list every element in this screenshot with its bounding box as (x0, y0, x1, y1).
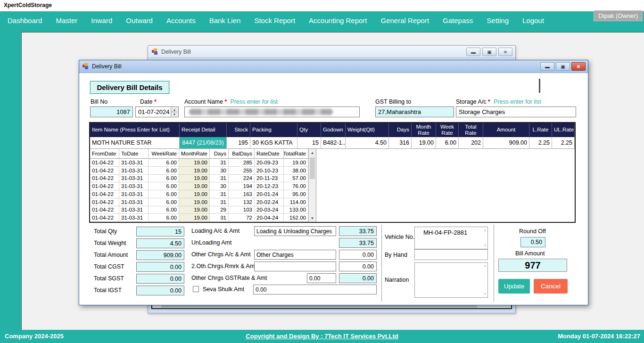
app-title-bar: XpertColdStorage (0, 0, 644, 11)
rate-table: FromDateToDateWeekRateMonthRateDaysBalDa… (90, 149, 308, 222)
rate-cell: 01-04-22 (90, 198, 119, 206)
narration-input[interactable]: ∧ ∨ (414, 262, 488, 298)
rate-table-row[interactable]: 01-04-2231-03-316.0019.003025520-10-2338… (90, 167, 308, 175)
item-column-header: Qty (297, 123, 321, 137)
copyright-link[interactable]: Copyright and Design By : 7Tech IT Servi… (0, 333, 644, 340)
item-cell: 202 (459, 137, 483, 148)
scroll-down-icon[interactable]: ∨ (484, 244, 487, 247)
rate-cell: 19.00 (179, 206, 210, 214)
rate-table-row[interactable]: 01-04-2231-03-316.0019.00317220-04-24152… (90, 214, 308, 222)
account-name-input[interactable] (184, 106, 360, 117)
screen: XpertColdStorage DashboardMasterInwardOu… (0, 0, 644, 343)
menu-item-master[interactable]: Master (56, 16, 77, 24)
rate-cell: 31-03-31 (119, 175, 149, 182)
vehicle-no-input[interactable]: MH-04-FP-2881 ∧ ∨ (414, 227, 488, 249)
total-label: Total Amount (94, 252, 128, 258)
maximize-icon[interactable]: ▣ (556, 62, 570, 71)
seva-shulk-checkbox[interactable] (193, 286, 199, 292)
total-field[interactable]: 0.00 (136, 286, 184, 295)
rate-cell: 6.00 (149, 214, 179, 221)
menu-item-gatepass[interactable]: Gatepass (443, 16, 473, 24)
total-label: Total CGST (94, 263, 124, 270)
maximize-icon[interactable]: ▣ (482, 48, 496, 56)
required-asterisk: * (224, 98, 227, 105)
vertical-scrollbar[interactable]: ▲ ▼ (308, 149, 316, 222)
menu-item-accounting-report[interactable]: Accounting Report (309, 16, 367, 24)
total-label: Total Weight (94, 240, 126, 246)
gst-billing-label: GST Billing to (375, 98, 411, 105)
bill-no-input[interactable]: 1087 (90, 106, 133, 117)
rate-table-row[interactable]: 01-04-2231-03-316.0019.002910320-03-2413… (90, 206, 308, 214)
menu-item-general-report[interactable]: General Report (381, 16, 429, 24)
spinner-up-icon[interactable]: ▲ (171, 107, 178, 112)
rate-cell: 29 (210, 206, 229, 214)
other-charges2-amount-field[interactable]: 0.00 (339, 261, 377, 271)
item-cell: B482-1... (321, 137, 346, 148)
item-column-header: Receipt Detail (180, 123, 227, 137)
scroll-up-icon[interactable]: ∧ (484, 264, 487, 268)
item-table-row[interactable]: MOTH NATURE STAR8447 (21/08/23)19530 KGS… (90, 137, 575, 149)
menu-item-inward[interactable]: Inward (91, 16, 112, 24)
loading-amount-field[interactable]: 33.75 (339, 226, 377, 236)
rate-table-row[interactable]: 01-04-2231-03-316.0019.003113220-02-2411… (90, 198, 308, 206)
scrollbar-thumb[interactable] (310, 157, 315, 179)
cancel-button[interactable]: Cancel (534, 279, 568, 294)
rate-cell: 31-03-31 (119, 198, 149, 206)
receipt-detail-cell[interactable]: 8447 (21/08/23) (180, 137, 227, 148)
rate-table-row[interactable]: 01-04-2231-03-316.0019.003128520-09-2319… (90, 159, 308, 167)
rate-cell: 01-04-22 (90, 182, 119, 190)
dialog-titlebar[interactable]: Delivery Bill ▬ ▣ ✕ (79, 60, 588, 73)
item-column-header: Amount (483, 123, 529, 137)
close-icon[interactable]: ✕ (498, 48, 512, 56)
seva-shulk-amount-input[interactable]: 0.00 (253, 285, 377, 294)
update-button[interactable]: Update (498, 279, 530, 294)
storage-ac-input[interactable]: Storage Charges (456, 106, 576, 117)
rate-cell: 19.00 (179, 214, 210, 221)
rate-cell: 31 (210, 190, 229, 198)
other-charges-account-input[interactable]: Other Charges (254, 250, 336, 260)
rate-table-row[interactable]: 01-04-2231-03-316.0019.003019420-12-2376… (90, 182, 308, 190)
gst-billing-input[interactable]: 27,Maharashtra (375, 106, 454, 117)
total-field[interactable]: 4.50 (136, 238, 184, 248)
rate-table-row[interactable]: 01-04-2231-03-316.0019.003122420-11-2357… (90, 175, 308, 183)
minimize-icon[interactable]: ▬ (466, 48, 480, 56)
scroll-up-icon[interactable]: ∧ (484, 229, 487, 232)
total-field[interactable]: 0.00 (136, 274, 184, 284)
rate-table-row[interactable]: 01-04-2231-03-316.0019.003116320-01-2495… (90, 190, 308, 198)
close-icon[interactable]: ✕ (571, 62, 586, 71)
rate-cell: 20-02-24 (255, 198, 284, 206)
total-field[interactable]: 0.00 (136, 262, 184, 272)
loading-account-input[interactable]: Loading & Unloading Charges (254, 226, 336, 236)
spinner-down-icon[interactable]: ▼ (171, 112, 178, 116)
gst-rate-input[interactable]: 0.00 (307, 273, 336, 283)
minimize-icon[interactable]: ▬ (540, 62, 554, 71)
back-window-titlebar[interactable]: Delivery Bill ▬ ▣ ✕ (148, 46, 515, 58)
menu-item-logout[interactable]: Logout (522, 16, 544, 24)
rate-cell: 224 (229, 175, 255, 182)
rate-cell: 31-03-31 (119, 206, 149, 214)
menu-item-accounts[interactable]: Accounts (166, 16, 196, 24)
by-hand-input[interactable] (414, 249, 488, 260)
menu-item-stock-report[interactable]: Stock Report (254, 16, 295, 24)
scroll-down-icon[interactable]: ▼ (309, 214, 316, 222)
other-charges-amount-field[interactable]: 0.00 (339, 250, 377, 260)
rate-cell: 31 (210, 159, 229, 166)
menu-item-bank-lien[interactable]: Bank Lien (209, 16, 241, 24)
other-charges2-remark-input[interactable] (254, 261, 336, 271)
menu-item-setting[interactable]: Setting (487, 16, 509, 24)
scroll-down-icon[interactable]: ∨ (484, 292, 487, 296)
total-field[interactable]: 15 (136, 227, 184, 237)
scroll-up-icon[interactable]: ▲ (309, 149, 316, 156)
menu-item-outward[interactable]: Outward (126, 16, 153, 24)
date-input[interactable]: 01-07-2024 ▲ ▼ (135, 106, 179, 117)
round-off-field[interactable]: 0.50 (520, 237, 545, 247)
vehicle-no-label: Vehicle No. (385, 234, 414, 240)
rate-cell: 20-11-23 (255, 175, 284, 182)
bill-amount-field[interactable]: 977 (498, 259, 567, 272)
unloading-amount-field[interactable]: 33.75 (339, 238, 377, 248)
item-cell: 2.25 (529, 137, 552, 148)
menu-item-dashboard[interactable]: Dashboard (8, 16, 42, 24)
total-field[interactable]: 909.00 (136, 250, 184, 260)
gst-amount-field[interactable]: 0.00 (339, 273, 377, 283)
rate-table-header: FromDateToDateWeekRateMonthRateDaysBalDa… (90, 149, 308, 159)
